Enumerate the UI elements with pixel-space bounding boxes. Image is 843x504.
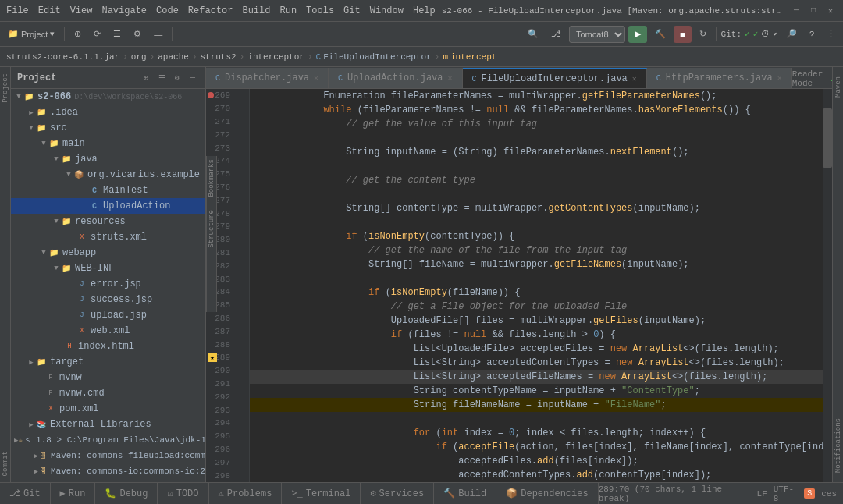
tab-fileuploadinterceptor[interactable]: C FileUploadInterceptor.java ✕ [463, 68, 647, 88]
tree-item-jdk[interactable]: ▶ ☕ < 1.8 > C:\Program Files\Java\jdk-1 [11, 432, 205, 448]
menu-run[interactable]: Run [279, 5, 297, 16]
tree-item-success-jsp[interactable]: J success.jsp [11, 292, 205, 307]
bottom-tab-dependencies[interactable]: 📦 Dependencies [496, 483, 598, 504]
menu-build[interactable]: Build [242, 5, 270, 16]
breadcrumb-class[interactable]: CFileUploadInterceptor [316, 52, 432, 62]
breadcrumb-struts2[interactable]: struts2 [200, 52, 236, 62]
panel-action-1[interactable]: ⊕ [140, 72, 152, 84]
search-everywhere-button[interactable]: 🔍 [523, 26, 543, 43]
menu-code[interactable]: Code [156, 5, 179, 16]
stop-button[interactable]: ■ [674, 26, 692, 43]
tree-item-resources[interactable]: ▼ 📁 resources [11, 214, 205, 229]
structure-panel-toggle[interactable]: Structure [208, 207, 215, 251]
tree-item-root[interactable]: ▼ 📁 s2-066 D:\dev\workspace\s2-066 [11, 89, 205, 105]
project-panel-toggle[interactable]: Project [2, 67, 9, 109]
tree-item-index-html[interactable]: H index.html [11, 339, 205, 354]
tab-label: UploadAction.java [347, 73, 443, 83]
collapse-button[interactable]: — [149, 26, 167, 43]
tree-item-upload-jsp[interactable]: J upload.jsp [11, 307, 205, 323]
filter-button[interactable]: ☰ [108, 26, 126, 43]
update-button[interactable]: ↻ [695, 26, 711, 43]
tree-item-package[interactable]: ▼ 📦 org.vicarius.example [11, 167, 205, 183]
panel-action-3[interactable]: ⚙ [171, 72, 183, 84]
bottom-tab-git[interactable]: ⎇ Git [0, 483, 51, 504]
tree-item-idea[interactable]: ▶ 📁 .idea [11, 105, 205, 120]
tree-item-src[interactable]: ▼ 📁 src [11, 120, 205, 136]
project-view-button[interactable]: 📁 Project ▾ [3, 26, 59, 43]
tree-item-ext-libs[interactable]: ▶ 📚 External Libraries [11, 417, 205, 432]
menu-edit[interactable]: Edit [38, 5, 61, 16]
tree-label: main [62, 138, 85, 149]
tree-item-webinf[interactable]: ▼ 📁 WEB-INF [11, 261, 205, 276]
tree-item-mvnw[interactable]: F mvnw [11, 370, 205, 385]
code-content[interactable]: Enumeration fileParameterNames = multiWr… [250, 89, 823, 482]
commit-panel-toggle[interactable]: Commit [2, 445, 9, 482]
build-button[interactable]: 🔨 [650, 26, 670, 43]
sync-button[interactable]: ⟳ [89, 26, 105, 43]
breakpoint-marker[interactable] [208, 92, 214, 98]
breadcrumb-interceptor[interactable]: interceptor [247, 52, 304, 62]
menu-refactor[interactable]: Refactor [188, 5, 233, 16]
tree-item-uploadaction[interactable]: C UploadAction [11, 198, 205, 214]
tree-item-webapp[interactable]: ▼ 📁 webapp [11, 245, 205, 261]
tab-close-fileuploadinterceptor[interactable]: ✕ [632, 74, 637, 83]
maximize-button[interactable]: □ [807, 5, 820, 17]
minimize-button[interactable]: ─ [790, 5, 802, 17]
breadcrumb-jar[interactable]: struts2-core-6.1.1.jar [6, 52, 119, 62]
more-button[interactable]: ⋮ [822, 26, 840, 43]
menu-file[interactable]: File [6, 5, 29, 16]
tab-httpparameters[interactable]: C HttpParameters.java ✕ [647, 68, 792, 88]
tree-item-error-jsp[interactable]: J error.jsp [11, 276, 205, 292]
menu-help[interactable]: Help [413, 5, 436, 16]
bottom-tab-terminal[interactable]: >_ Terminal [282, 483, 361, 504]
panel-action-2[interactable]: ☰ [155, 72, 168, 84]
tree-item-struts-xml[interactable]: X struts.xml [11, 229, 205, 245]
tree-item-target[interactable]: ▶ 📁 target [11, 354, 205, 370]
bottom-tab-todo[interactable]: ☑ TODO [158, 483, 208, 504]
tab-close-uploadaction[interactable]: ✕ [448, 73, 453, 83]
tree-item-maven-1[interactable]: ▶ 🗄 Maven: commons-fileupload:comm [11, 448, 205, 463]
menu-git[interactable]: Git [343, 5, 361, 16]
bookmarks-panel-toggle[interactable]: Bookmarks [208, 156, 215, 201]
run-button[interactable]: ▶ [628, 26, 647, 43]
tree-item-pom[interactable]: X pom.xml [11, 401, 205, 417]
folder-icon: 📁 [48, 247, 59, 258]
tree-item-mvnw-cmd[interactable]: F mvnw.cmd [11, 385, 205, 401]
menu-bar[interactable]: File Edit View Navigate Code Refactor Bu… [6, 5, 436, 16]
bottom-tab-run[interactable]: ▶ Run [51, 483, 96, 504]
menu-navigate[interactable]: Navigate [101, 5, 147, 16]
menu-view[interactable]: View [70, 5, 93, 16]
help-button[interactable]: ? [805, 26, 819, 43]
window-controls[interactable]: ─ □ ✕ [790, 5, 837, 17]
bottom-tab-debug[interactable]: 🐛 Debug [95, 483, 158, 504]
tab-close-httpparameters[interactable]: ✕ [777, 73, 782, 83]
tab-close-dispatcher[interactable]: ✕ [314, 73, 318, 83]
new-button[interactable]: ⊕ [69, 26, 86, 43]
tree-item-maven-2[interactable]: ▶ 🗄 Maven: commons-io:commons-io:2 [11, 463, 205, 479]
tab-uploadaction[interactable]: C UploadAction.java ✕ [329, 68, 462, 88]
menu-tools[interactable]: Tools [306, 5, 334, 16]
bottom-tab-problems[interactable]: ⚠ Problems [209, 483, 283, 504]
tree-item-web-xml[interactable]: X web.xml [11, 323, 205, 339]
notifications-panel-toggle[interactable]: Notifications [834, 412, 842, 479]
breadcrumb-method[interactable]: mintercept [443, 52, 496, 62]
menu-window[interactable]: Window [370, 5, 404, 16]
breadcrumb-org[interactable]: org [131, 52, 147, 62]
tree-item-maintest[interactable]: C MainTest [11, 183, 205, 198]
panel-action-4[interactable]: — [187, 72, 199, 84]
tree-item-java[interactable]: ▼ 📁 java [11, 151, 205, 167]
tree-label: mvnw [59, 372, 82, 383]
run-config-select[interactable]: Tomcat8 [569, 26, 625, 43]
tab-dispatcher[interactable]: C Dispatcher.java ✕ [206, 68, 329, 88]
vertical-scrollbar[interactable] [823, 89, 832, 482]
tree-item-main[interactable]: ▼ 📁 main [11, 136, 205, 151]
bottom-tab-build[interactable]: 🔨 Build [434, 483, 496, 504]
maven-panel-toggle[interactable]: Maven [834, 70, 842, 104]
git-icon-button[interactable]: ⎇ [546, 26, 566, 43]
close-button[interactable]: ✕ [824, 5, 837, 17]
bottom-tab-services[interactable]: ⚙ Services [361, 483, 434, 504]
search-button[interactable]: 🔎 [781, 26, 802, 43]
settings-button[interactable]: ⚙ [129, 26, 146, 43]
breadcrumb-apache[interactable]: apache [158, 52, 189, 62]
reader-mode-button[interactable]: Reader Mode ✓ [792, 69, 832, 88]
